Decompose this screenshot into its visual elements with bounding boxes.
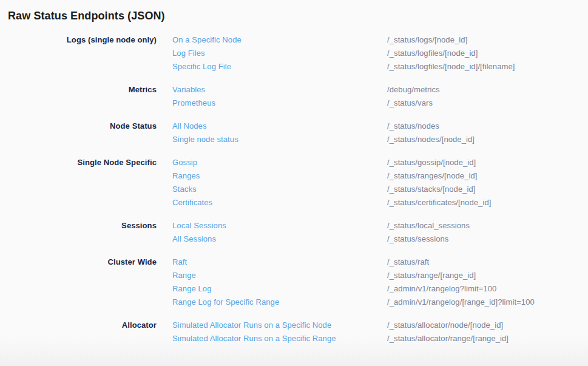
endpoint-group: Logs (single node only) On a Specific No… [0,33,588,73]
endpoint-row: Certificates /_status/certificates/[node… [157,196,588,209]
endpoint-path: /_status/logs/[node_id] [387,33,588,47]
endpoint-link[interactable]: Certificates [172,196,387,209]
category-label: Single Node Specific [0,156,157,209]
endpoint-link[interactable]: Gossip [172,156,387,169]
category-label: Logs (single node only) [0,33,157,73]
category-label: Node Status [0,120,157,146]
endpoint-path: /_admin/v1/rangelog?limit=100 [387,282,588,296]
endpoint-link[interactable]: Log Files [172,47,387,60]
raw-status-endpoints-page: Raw Status Endpoints (JSON) Logs (single… [0,0,588,345]
endpoint-link[interactable]: Stacks [172,183,387,196]
endpoint-link[interactable]: Prometheus [172,97,387,110]
endpoint-group: Cluster Wide Raft /_status/raft Range /_… [0,256,588,309]
endpoint-row: Range Log /_admin/v1/rangelog?limit=100 [157,282,588,296]
group-rows: Gossip /_status/gossip/[node_id] Ranges … [157,156,588,209]
endpoint-link[interactable]: Ranges [172,169,387,183]
endpoint-path: /_status/local_sessions [387,219,588,232]
category-label: Allocator [0,319,157,345]
endpoint-row: Range /_status/range/[range_id] [157,269,588,282]
endpoint-link[interactable]: Single node status [172,133,387,146]
endpoint-group: Single Node Specific Gossip /_status/gos… [0,156,588,209]
endpoint-row: Gossip /_status/gossip/[node_id] [157,156,588,169]
endpoint-link[interactable]: Range Log [172,282,387,296]
endpoint-row: Raft /_status/raft [157,256,588,269]
endpoint-path: /_status/raft [387,256,588,269]
group-rows: Variables /debug/metrics Prometheus /_st… [157,83,588,110]
group-rows: Local Sessions /_status/local_sessions A… [157,219,588,246]
endpoint-link[interactable]: All Sessions [172,232,387,246]
group-rows: Simulated Allocator Runs on a Specific N… [157,319,588,345]
endpoint-row: Specific Log File /_status/logfiles/[nod… [157,60,588,73]
endpoint-path: /_status/range/[range_id] [387,269,588,282]
endpoint-row: All Nodes /_status/nodes [157,120,588,133]
group-rows: All Nodes /_status/nodes Single node sta… [157,120,588,146]
endpoint-group: Node Status All Nodes /_status/nodes Sin… [0,120,588,146]
category-label: Metrics [0,83,157,110]
endpoint-row: Single node status /_status/nodes/[node_… [157,133,588,146]
endpoint-row: Simulated Allocator Runs on a Specific N… [157,319,588,332]
endpoint-path: /_status/allocator/range/[range_id] [387,332,588,345]
endpoint-path: /_status/ranges/[node_id] [387,169,588,183]
endpoint-row: Log Files /_status/logfiles/[node_id] [157,47,588,60]
endpoint-group: Sessions Local Sessions /_status/local_s… [0,219,588,246]
endpoint-link[interactable]: Specific Log File [172,60,387,73]
endpoint-link[interactable]: Range Log for Specific Range [172,296,387,309]
endpoint-row: Range Log for Specific Range /_admin/v1/… [157,296,588,309]
group-rows: On a Specific Node /_status/logs/[node_i… [157,33,588,73]
endpoint-path: /_status/gossip/[node_id] [387,156,588,169]
endpoint-row: Stacks /_status/stacks/[node_id] [157,183,588,196]
endpoint-row: On a Specific Node /_status/logs/[node_i… [157,33,588,47]
category-label: Sessions [0,219,157,246]
endpoint-row: Local Sessions /_status/local_sessions [157,219,588,232]
endpoint-link[interactable]: On a Specific Node [172,33,387,47]
endpoint-link[interactable]: All Nodes [172,120,387,133]
endpoint-path: /_status/sessions [387,232,588,246]
endpoint-path: /_status/allocator/node/[node_id] [387,319,588,332]
endpoint-link[interactable]: Variables [172,83,387,97]
endpoint-path: /_status/stacks/[node_id] [387,183,588,196]
endpoint-path: /debug/metrics [387,83,588,97]
endpoint-path: /_status/logfiles/[node_id] [387,47,588,60]
endpoint-link[interactable]: Simulated Allocator Runs on a Specific R… [172,332,387,345]
endpoint-link[interactable]: Raft [172,256,387,269]
endpoint-path: /_status/nodes/[node_id] [387,133,588,146]
endpoint-groups: Logs (single node only) On a Specific No… [0,33,588,345]
group-rows: Raft /_status/raft Range /_status/range/… [157,256,588,309]
page-title: Raw Status Endpoints (JSON) [8,8,588,23]
endpoint-link[interactable]: Local Sessions [172,219,387,232]
endpoint-path: /_status/vars [387,97,588,110]
endpoint-row: Variables /debug/metrics [157,83,588,97]
endpoint-link[interactable]: Simulated Allocator Runs on a Specific N… [172,319,387,332]
endpoint-row: Prometheus /_status/vars [157,97,588,110]
endpoint-path: /_status/nodes [387,120,588,133]
category-label: Cluster Wide [0,256,157,309]
endpoint-group: Allocator Simulated Allocator Runs on a … [0,319,588,345]
endpoint-group: Metrics Variables /debug/metrics Prometh… [0,83,588,110]
endpoint-path: /_status/certificates/[node_id] [387,196,588,209]
endpoint-path: /_admin/v1/rangelog/[range_id]?limit=100 [387,296,588,309]
endpoint-link[interactable]: Range [172,269,387,282]
endpoint-row: Ranges /_status/ranges/[node_id] [157,169,588,183]
endpoint-path: /_status/logfiles/[node_id]/[filename] [387,60,588,73]
endpoint-row: Simulated Allocator Runs on a Specific R… [157,332,588,345]
endpoint-row: All Sessions /_status/sessions [157,232,588,246]
